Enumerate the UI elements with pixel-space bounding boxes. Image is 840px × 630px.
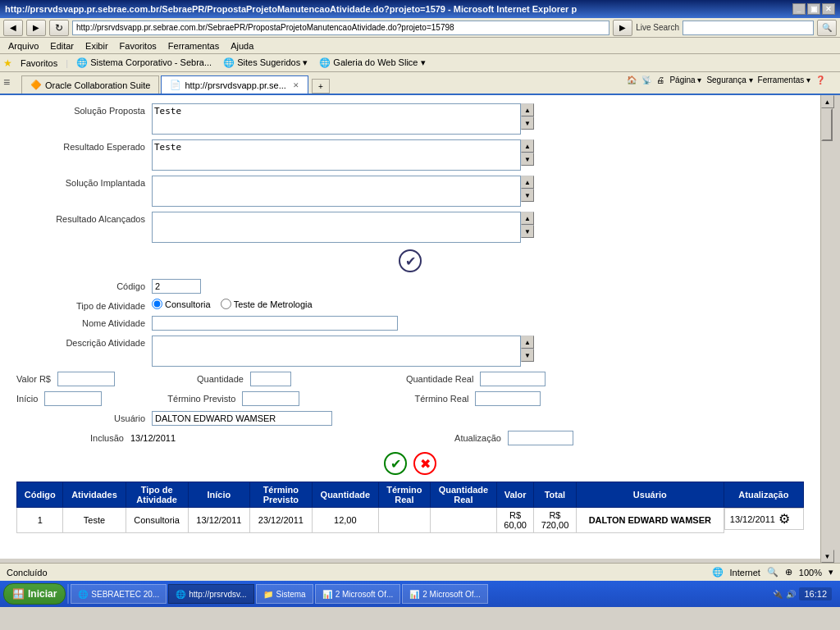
- taskbar-items: 🌐 SEBRAETEC 20... 🌐 http://prsrvdsv... 📁…: [67, 584, 766, 604]
- confirm-button[interactable]: ✔: [399, 249, 422, 272]
- feeds-button[interactable]: 📡: [641, 75, 651, 84]
- form-section: Solução Proposta Teste ▲ ▼ Resultado Esp…: [16, 103, 804, 533]
- usuario-row: Usuário: [16, 411, 804, 426]
- refresh-button[interactable]: ↻: [49, 20, 69, 36]
- search-go-button[interactable]: 🔍: [817, 20, 837, 36]
- scroll-track[interactable]: [821, 108, 833, 550]
- td-termino-real: [379, 508, 431, 533]
- taskbar-volume-icon: 🔊: [786, 590, 796, 599]
- resultado-esperado-input[interactable]: Teste: [152, 139, 521, 171]
- taskbar-prsrvds[interactable]: 🌐 http://prsrvdsv...: [168, 584, 253, 604]
- fav-galeria[interactable]: 🌐 Galeria do Web Slice ▾: [316, 57, 428, 69]
- start-label: Iniciar: [28, 588, 57, 600]
- zoom-dropdown[interactable]: ▾: [829, 567, 833, 578]
- tipo-atividade-row: Tipo de Atividade Consultoria Teste de M…: [16, 299, 804, 311]
- taskbar-sistema[interactable]: 📁 Sistema: [256, 584, 313, 604]
- tab-close-button[interactable]: ✕: [293, 81, 299, 89]
- vertical-scrollbar[interactable]: ▲ ▼: [820, 95, 833, 563]
- radio-consultoria[interactable]: Consultoria: [152, 299, 211, 309]
- print-button[interactable]: 🖨: [656, 75, 664, 84]
- menu-exibir[interactable]: Exibir: [80, 40, 113, 52]
- home-toolbar-button[interactable]: 🏠: [627, 75, 637, 84]
- taskbar-msoffice1-icon: 📊: [322, 590, 332, 599]
- page-tab-icon: 📄: [170, 80, 181, 90]
- close-window-button[interactable]: ✕: [822, 3, 835, 15]
- search-input[interactable]: [682, 21, 814, 35]
- oracle-tab-icon: 🔶: [30, 80, 42, 90]
- save-button[interactable]: ✔: [384, 452, 407, 475]
- start-button[interactable]: 🪟 Iniciar: [3, 583, 66, 605]
- menu-favoritos[interactable]: Favoritos: [115, 40, 162, 52]
- nome-atividade-wrap: [152, 316, 804, 331]
- nome-atividade-input[interactable]: [152, 316, 398, 331]
- taskbar-msoffice2-icon: 📊: [409, 590, 419, 599]
- alcancados-scroll-up[interactable]: ▲: [521, 212, 534, 225]
- termino-real-input[interactable]: [475, 391, 541, 406]
- favorites-label[interactable]: Favoritos: [17, 57, 61, 69]
- descricao-scroll-down[interactable]: ▼: [521, 349, 534, 362]
- alcancados-scroll-down[interactable]: ▼: [521, 225, 534, 238]
- atualizacao-input[interactable]: [508, 431, 573, 445]
- inicio-input[interactable]: [44, 391, 102, 406]
- radio-consultoria-input[interactable]: [152, 299, 162, 309]
- taskbar-msoffice1[interactable]: 📊 2 Microsoft Of...: [315, 584, 401, 604]
- quantidade-input[interactable]: [250, 372, 291, 386]
- edit-row-button[interactable]: ⚙: [778, 511, 790, 527]
- usuario-input[interactable]: [152, 411, 332, 426]
- window-controls[interactable]: _ ▣ ✕: [792, 3, 835, 15]
- descricao-atividade-row: Descrição Atividade ▲ ▼: [16, 336, 804, 367]
- security-toolbar-button[interactable]: Segurança ▾: [706, 75, 752, 84]
- implantada-scroll-down[interactable]: ▼: [521, 189, 534, 202]
- go-button[interactable]: ▶: [613, 20, 632, 36]
- descricao-atividade-input[interactable]: [152, 336, 521, 367]
- radio-metrologia[interactable]: Teste de Metrologia: [221, 299, 313, 309]
- descricao-scroll-up[interactable]: ▲: [521, 336, 534, 349]
- implantada-scroll-up[interactable]: ▲: [521, 176, 534, 189]
- solucao-proposta-input[interactable]: Teste: [152, 103, 521, 135]
- scroll-up-button[interactable]: ▲: [821, 95, 834, 108]
- scroll-down-btn[interactable]: ▼: [521, 116, 534, 130]
- valor-input[interactable]: [57, 372, 115, 386]
- codigo-input[interactable]: [152, 279, 201, 294]
- resultado-scroll-up[interactable]: ▲: [521, 139, 534, 153]
- taskbar-sebraetec[interactable]: 🌐 SEBRAETEC 20...: [71, 584, 167, 604]
- atualizacao-label: Atualização: [454, 433, 501, 443]
- content-area: Solução Proposta Teste ▲ ▼ Resultado Esp…: [0, 95, 820, 559]
- taskbar-msoffice2[interactable]: 📊 2 Microsoft Of...: [402, 584, 488, 604]
- forward-button[interactable]: ▶: [26, 20, 46, 36]
- fav-sistema-corporativo[interactable]: 🌐 Sistema Corporativo - Sebra...: [73, 57, 215, 69]
- fav-sites-sugeridos[interactable]: 🌐 Sites Sugeridos ▾: [220, 57, 311, 69]
- resultado-scroll-down[interactable]: ▼: [521, 153, 534, 166]
- menu-ajuda[interactable]: Ajuda: [226, 40, 258, 52]
- solucao-proposta-wrap: Teste ▲ ▼: [152, 103, 804, 135]
- help-toolbar-button[interactable]: ❓: [815, 75, 825, 84]
- td-quantidade-real: [430, 508, 497, 533]
- page-toolbar-button[interactable]: Página ▾: [669, 75, 701, 84]
- termino-previsto-input[interactable]: [242, 391, 299, 406]
- new-tab-button[interactable]: +: [312, 79, 330, 94]
- tools-toolbar-button[interactable]: Ferramentas ▾: [758, 75, 810, 84]
- solucao-implantada-input[interactable]: [152, 176, 521, 207]
- scroll-down-button[interactable]: ▼: [821, 550, 834, 563]
- restore-button[interactable]: ▣: [807, 3, 820, 15]
- resultado-alcancados-input[interactable]: [152, 212, 521, 243]
- window-title: http://prsrvdsvapp.pr.sebrae.com.br/Sebr…: [5, 4, 792, 14]
- tab-prsrvds[interactable]: 📄 http://prsrvdsvapp.pr.se... ✕: [161, 75, 308, 94]
- address-input[interactable]: [72, 21, 609, 35]
- tab-list-button[interactable]: ≡: [3, 75, 10, 89]
- tab-oracle[interactable]: 🔶 Oracle Collaboration Suite: [21, 75, 159, 94]
- title-bar: http://prsrvdsvapp.pr.sebrae.com.br/Sebr…: [0, 0, 840, 18]
- minimize-button[interactable]: _: [792, 3, 806, 15]
- inicio-row: Início Término Previsto Término Real: [16, 391, 804, 406]
- quantidade-real-input[interactable]: [480, 372, 546, 386]
- back-button[interactable]: ◀: [3, 20, 23, 36]
- scroll-thumb[interactable]: [821, 108, 833, 141]
- cancel-button[interactable]: ✖: [413, 452, 436, 475]
- taskbar-msoffice1-label: 2 Microsoft Of...: [336, 590, 394, 599]
- scroll-up-btn[interactable]: ▲: [521, 103, 534, 116]
- menu-arquivo[interactable]: Arquivo: [3, 40, 43, 52]
- radio-metrologia-input[interactable]: [221, 299, 231, 309]
- menu-ferramentas[interactable]: Ferramentas: [163, 40, 224, 52]
- menu-editar[interactable]: Editar: [45, 40, 79, 52]
- action-buttons-row: ✔ ✖: [16, 452, 804, 475]
